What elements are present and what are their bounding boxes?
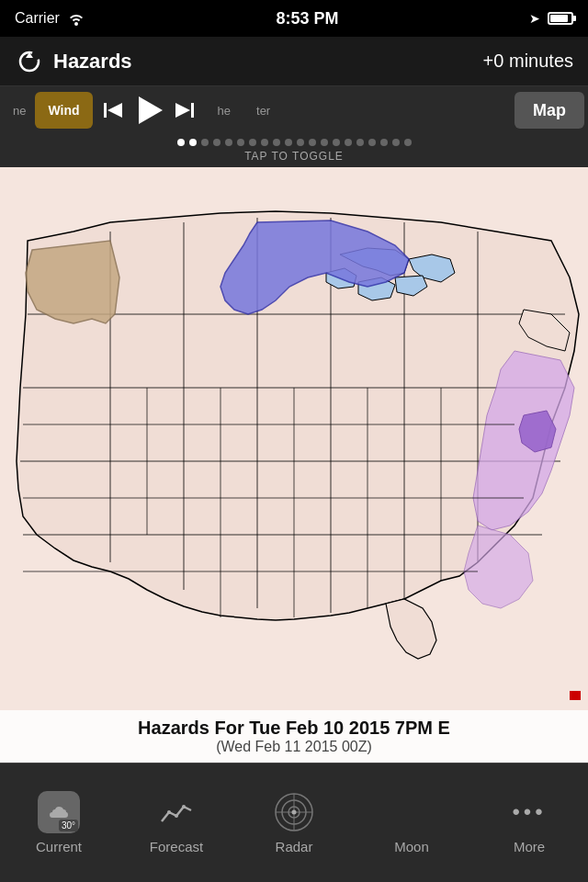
layer-tab-wind[interactable]: Wind	[35, 92, 92, 129]
map-caption-main: Hazards For Tue Feb 10 2015 7PM E	[11, 718, 577, 739]
tab-forecast[interactable]: Forecast	[118, 763, 235, 882]
time-offset: +0 minutes	[483, 51, 573, 72]
svg-point-27	[167, 810, 171, 814]
dot-0	[177, 139, 185, 146]
dot-13	[333, 139, 340, 146]
tab-moon[interactable]: Moon	[353, 763, 470, 882]
dot-9	[285, 139, 292, 146]
dot-11	[309, 139, 316, 146]
dot-16	[368, 139, 376, 146]
page-title: Hazards	[53, 50, 132, 74]
tab-radar-label: Radar	[276, 839, 313, 854]
progress-bar[interactable]: TAP TO TOGGLE	[0, 134, 588, 167]
map-caption-sub: (Wed Feb 11 2015 00Z)	[11, 739, 577, 755]
dot-10	[297, 139, 304, 146]
dot-17	[380, 139, 388, 146]
header-left: Hazards	[15, 47, 132, 76]
map-button[interactable]: Map	[514, 92, 584, 129]
dot-19	[404, 139, 412, 146]
moon-icon	[390, 791, 433, 833]
map-caption: Hazards For Tue Feb 10 2015 7PM E (Wed F…	[0, 710, 588, 763]
toggle-label: TAP TO TOGGLE	[244, 150, 344, 163]
prev-skip-button[interactable]	[96, 94, 130, 127]
dot-3	[213, 139, 220, 146]
tab-moon-label: Moon	[394, 839, 429, 854]
tab-more-label: More	[514, 839, 545, 854]
more-icon: •••	[508, 791, 550, 833]
hazard-map	[0, 167, 588, 763]
dot-14	[345, 139, 352, 146]
status-right: ➤	[529, 11, 573, 26]
time-display: 8:53 PM	[276, 9, 338, 28]
dot-18	[392, 139, 400, 146]
status-bar: Carrier 8:53 PM ➤	[0, 0, 588, 37]
tab-bar: 30° Current Forecast	[0, 763, 588, 882]
map-area: Hazards For Tue Feb 10 2015 7PM E (Wed F…	[0, 167, 588, 763]
tab-forecast-label: Forecast	[150, 839, 203, 854]
dots-container	[177, 139, 412, 146]
layer-tab-ne[interactable]: ne	[4, 92, 35, 129]
next-skip-button[interactable]	[168, 94, 201, 127]
svg-marker-6	[175, 103, 190, 118]
dot-7	[261, 139, 268, 146]
dot-1	[189, 139, 197, 146]
play-button[interactable]	[130, 91, 168, 130]
dot-5	[237, 139, 244, 146]
dot-2	[201, 139, 209, 146]
forecast-icon	[155, 791, 198, 833]
dot-15	[356, 139, 364, 146]
carrier-label: Carrier	[15, 10, 60, 27]
refresh-button[interactable]	[15, 47, 44, 76]
location-icon: ➤	[529, 11, 540, 26]
header: Hazards +0 minutes	[0, 37, 588, 86]
dot-6	[249, 139, 256, 146]
svg-marker-4	[139, 96, 163, 124]
layer-tab-he[interactable]: he	[205, 92, 243, 129]
tab-radar[interactable]: Radar	[235, 763, 353, 882]
layer-tab-ter[interactable]: ter	[243, 92, 283, 129]
svg-point-35	[292, 810, 297, 815]
svg-point-29	[182, 805, 186, 808]
svg-point-28	[175, 814, 178, 818]
svg-marker-3	[107, 103, 122, 118]
svg-rect-2	[104, 103, 107, 118]
dot-4	[225, 139, 232, 146]
tab-current[interactable]: 30° Current	[0, 763, 118, 882]
tab-more[interactable]: ••• More	[470, 763, 588, 882]
status-left: Carrier	[15, 10, 85, 27]
temp-badge: 30°	[59, 820, 78, 831]
radar-icon	[273, 791, 315, 833]
dot-12	[321, 139, 328, 146]
tab-current-label: Current	[36, 839, 82, 854]
svg-rect-26	[570, 691, 581, 700]
current-icon: 30°	[38, 791, 80, 833]
dot-8	[273, 139, 280, 146]
battery-icon	[548, 12, 573, 25]
wifi-icon	[67, 11, 85, 26]
svg-rect-5	[191, 103, 194, 118]
layer-selector: ne Wind he ter Map	[0, 86, 588, 134]
